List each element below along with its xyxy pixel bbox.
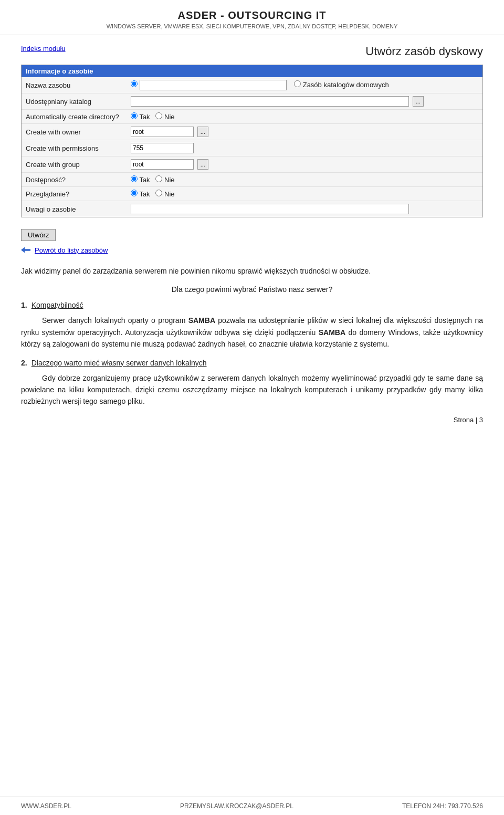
table-row: Automatically create directory? Tak Nie: [22, 110, 482, 124]
input-owner[interactable]: [131, 127, 194, 137]
main-content: Indeks modułu Utwórz zasób dyskowy Infor…: [0, 35, 504, 424]
radio-nazwa-regular[interactable]: [131, 80, 138, 87]
footer-center: PRZEMYSLAW.KROCZAK@ASDER.PL: [71, 802, 402, 810]
table-row: Uwagi o zasobie: [22, 201, 482, 217]
back-link-row: Powrót do listy zasobów: [21, 245, 483, 255]
form-table: Nazwa zasobu Zasób katalogów domowych Ud…: [22, 77, 482, 217]
submit-button[interactable]: Utwórz: [21, 229, 56, 241]
field-input-dostepnosc: Tak Nie: [127, 173, 482, 187]
radio-autocreate-nie[interactable]: [155, 112, 162, 119]
radio-dostepnosc-nie[interactable]: [155, 175, 162, 182]
table-row: Create with group ...: [22, 156, 482, 173]
form-title: Utwórz zasób dyskowy: [365, 45, 483, 58]
section-1-title: Kompatybilność: [32, 301, 83, 309]
field-input-autocreate: Tak Nie: [127, 110, 482, 124]
form-panel-header: Informacje o zasobie: [22, 65, 482, 77]
radio-autocreate-tak[interactable]: [131, 112, 138, 119]
field-label-group: Create with group: [22, 156, 127, 173]
section-1: 1. Kompatybilność Serwer danych lokalnyc…: [21, 301, 483, 350]
back-arrow-icon: [21, 245, 30, 255]
field-label-przegladanie: Przeglądanie?: [22, 187, 127, 201]
page-header: ASDER - OUTSOURCING IT WINDOWS SERVER, V…: [0, 0, 504, 35]
page-footer: WWW.ASDER.PL PRZEMYSLAW.KROCZAK@ASDER.PL…: [0, 797, 504, 815]
section-2: 2. Dlaczego warto mieć własny serwer dan…: [21, 359, 483, 408]
table-row: Nazwa zasobu Zasób katalogów domowych: [22, 77, 482, 93]
input-uwagi[interactable]: [131, 204, 409, 214]
label-tak-1: Tak: [139, 113, 150, 121]
section-2-body: Gdy dobrze zorganizujemy pracę użytkowni…: [21, 372, 483, 408]
field-input-owner: ...: [127, 124, 482, 140]
submit-row: Utwórz: [21, 225, 483, 245]
field-label-autocreate: Automatically create directory?: [22, 110, 127, 124]
input-katalog[interactable]: [131, 96, 409, 107]
field-label-katalog: Udostępniany katalog: [22, 93, 127, 110]
label-nie-1: Nie: [164, 113, 175, 121]
section-2-title: Dlaczego warto mieć własny serwer danych…: [32, 359, 207, 367]
field-label-dostepnosc: Dostępność?: [22, 173, 127, 187]
table-row: Create with owner ...: [22, 124, 482, 140]
field-input-uwagi: [127, 201, 482, 217]
input-permissions[interactable]: [131, 143, 194, 153]
section-1-body: Serwer danych lokalnych oparty o program…: [21, 315, 483, 350]
radio-dostepnosc-tak[interactable]: [131, 175, 138, 182]
field-input-katalog: ...: [127, 93, 482, 110]
field-input-przegladanie: Tak Nie: [127, 187, 482, 201]
field-input-nazwa: Zasób katalogów domowych: [127, 77, 482, 93]
section-1-number: 1.: [21, 301, 27, 309]
form-header-row: Indeks modułu Utwórz zasób dyskowy: [21, 45, 483, 58]
module-index-link[interactable]: Indeks modułu: [21, 45, 66, 53]
section-1-title-row: 1. Kompatybilność: [21, 301, 483, 309]
table-row: Create with permissions: [22, 140, 482, 156]
footer-left: WWW.ASDER.PL: [21, 802, 71, 810]
site-title: ASDER - OUTSOURCING IT: [0, 9, 504, 22]
radio-przegladanie-nie[interactable]: [155, 190, 162, 196]
input-nazwa[interactable]: [140, 80, 287, 90]
label-zasob-katalogow: Zasób katalogów domowych: [303, 81, 389, 89]
form-panel: Informacje o zasobie Nazwa zasobu Zasób …: [21, 65, 483, 217]
page-number: Strona | 3: [21, 416, 483, 424]
field-label-owner: Create with owner: [22, 124, 127, 140]
label-nie-2: Nie: [164, 176, 175, 184]
label-tak-2: Tak: [139, 176, 150, 184]
back-link[interactable]: Powrót do listy zasobów: [35, 246, 108, 254]
label-tak-3: Tak: [139, 190, 150, 198]
section-2-number: 2.: [21, 359, 27, 367]
field-input-permissions: [127, 140, 482, 156]
page-number-text: Strona | 3: [454, 416, 483, 424]
label-nie-3: Nie: [164, 190, 175, 198]
samba-bold-2: SAMBA: [319, 328, 345, 337]
input-group[interactable]: [131, 159, 194, 170]
section-2-title-row: 2. Dlaczego warto mieć własny serwer dan…: [21, 359, 483, 367]
browse-owner-button[interactable]: ...: [197, 127, 208, 137]
footer-right: TELEFON 24H: 793.770.526: [402, 802, 483, 810]
browse-katalog-button[interactable]: ...: [413, 96, 424, 107]
table-row: Przeglądanie? Tak Nie: [22, 187, 482, 201]
browse-group-button[interactable]: ...: [197, 159, 208, 170]
field-input-group: ...: [127, 156, 482, 173]
question-heading: Dla czego powinni wybrać Państwo nasz se…: [21, 285, 483, 294]
radio-nazwa-home[interactable]: [294, 80, 301, 87]
radio-przegladanie-tak[interactable]: [131, 190, 138, 196]
field-label-uwagi: Uwagi o zasobie: [22, 201, 127, 217]
field-label-nazwa: Nazwa zasobu: [22, 77, 127, 93]
table-row: Dostępność? Tak Nie: [22, 173, 482, 187]
field-label-permissions: Create with permissions: [22, 140, 127, 156]
site-subtitle: WINDOWS SERVER, VMWARE ESX, SIECI KOMPUT…: [0, 23, 504, 29]
intro-text: Jak widzimy panel do zarządzania serwere…: [21, 265, 483, 277]
table-row: Udostępniany katalog ...: [22, 93, 482, 110]
samba-bold-1: SAMBA: [188, 316, 215, 325]
